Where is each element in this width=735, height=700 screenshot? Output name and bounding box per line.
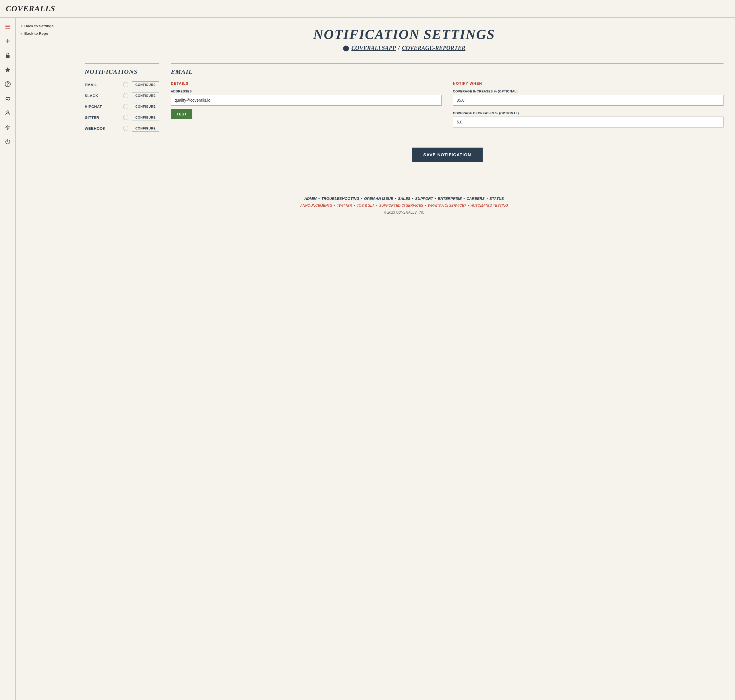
email-columns: DETAILS ADDRESSES TEST NOTIFY WHEN COVER… bbox=[171, 81, 723, 133]
svg-point-5 bbox=[7, 85, 8, 86]
svg-rect-1 bbox=[5, 26, 10, 27]
email-panel: EMAIL DETAILS ADDRESSES TEST NOTIFY WHEN bbox=[171, 63, 723, 162]
coverage-increases-input[interactable] bbox=[453, 95, 724, 106]
email-configure-button[interactable]: CONFIGURE bbox=[132, 81, 160, 88]
notification-gitter-check[interactable] bbox=[123, 115, 128, 120]
footer-open-issue-link[interactable]: OPEN AN ISSUE bbox=[364, 196, 393, 201]
footer-troubleshooting-link[interactable]: TROUBLESHOOTING bbox=[321, 196, 359, 201]
notification-email-label: EMAIL bbox=[85, 83, 123, 87]
svg-rect-0 bbox=[5, 25, 10, 25]
details-col: DETAILS ADDRESSES TEST bbox=[171, 81, 442, 133]
svg-rect-3 bbox=[6, 55, 9, 58]
notification-hipchat-row: HIPCHAT CONFIGURE bbox=[85, 103, 159, 110]
save-section: SAVE NOTIFICATION bbox=[171, 148, 723, 162]
footer-copyright: © 2023 COVERALLS, INC bbox=[90, 210, 718, 215]
test-button[interactable]: TEST bbox=[171, 109, 193, 119]
hipchat-configure-button[interactable]: CONFIGURE bbox=[132, 103, 160, 110]
left-nav: « Back to Settings « Back to Repo bbox=[16, 18, 73, 700]
coverage-increases-label: COVERAGE INCREASES % (OPTIONAL) bbox=[453, 90, 724, 93]
coverage-increases-field: COVERAGE INCREASES % (OPTIONAL) bbox=[453, 90, 724, 106]
github-icon: ⬤ bbox=[343, 44, 349, 51]
footer-links2-row: ANNOUNCEMENTS • TWITTER • TOS & SLA • SU… bbox=[90, 204, 718, 207]
page-title: NOTIFICATION SETTINGS bbox=[85, 26, 723, 42]
back-to-settings-label: Back to Settings bbox=[24, 24, 54, 28]
notification-slack-check[interactable] bbox=[123, 93, 128, 98]
back-settings-arrow: « bbox=[21, 24, 23, 28]
back-to-settings-link[interactable]: « Back to Settings bbox=[21, 24, 68, 28]
footer-what-is-ci-link[interactable]: WHAT'S A CI SERVICE? bbox=[428, 204, 466, 207]
coverage-decreases-label: COVERAGE DECREASES % (OPTIONAL) bbox=[453, 112, 724, 115]
org-link[interactable]: COVERALLSAPP bbox=[351, 45, 395, 51]
page-subtitle: ⬤ COVERALLSAPP / COVERAGE-REPORTER bbox=[85, 44, 723, 51]
footer-sales-link[interactable]: SALES bbox=[398, 196, 410, 201]
sidebar-power-icon[interactable] bbox=[3, 137, 12, 146]
repo-link[interactable]: COVERAGE-REPORTER bbox=[402, 45, 465, 51]
notification-gitter-row: GITTER CONFIGURE bbox=[85, 114, 159, 121]
notification-webhook-label: WEBHOOK bbox=[85, 126, 123, 131]
notification-email-check[interactable] bbox=[123, 82, 128, 87]
separator: / bbox=[398, 45, 400, 51]
addresses-field-label: ADDRESSES bbox=[171, 90, 442, 93]
top-header: COVERALLS bbox=[0, 0, 735, 18]
webhook-configure-button[interactable]: CONFIGURE bbox=[132, 125, 160, 132]
notifications-panel: NOTIFICATIONS EMAIL CONFIGURE SLACK CONF… bbox=[85, 63, 159, 136]
notification-hipchat-label: HIPCHAT bbox=[85, 104, 123, 109]
sidebar-list-icon[interactable] bbox=[3, 22, 12, 31]
details-section-label: DETAILS bbox=[171, 81, 442, 85]
notify-section-label: NOTIFY WHEN bbox=[453, 81, 724, 85]
sidebar-lightning-icon[interactable] bbox=[3, 123, 12, 131]
svg-rect-2 bbox=[5, 28, 10, 29]
sidebar-help-icon[interactable] bbox=[3, 80, 12, 88]
sidebar-add-icon[interactable] bbox=[3, 37, 12, 46]
sidebar-announce-icon[interactable] bbox=[3, 94, 12, 103]
save-notification-button[interactable]: SAVE NOTIFICATION bbox=[412, 148, 482, 162]
logo: COVERALLS bbox=[6, 4, 55, 13]
coverage-decreases-field: COVERAGE DECREASES % (OPTIONAL) bbox=[453, 112, 724, 128]
footer-ci-services-link[interactable]: SUPPORTED CI SERVICES bbox=[379, 204, 423, 207]
email-panel-title: EMAIL bbox=[171, 68, 723, 75]
notification-email-row: EMAIL CONFIGURE bbox=[85, 81, 159, 88]
sidebar bbox=[0, 18, 16, 700]
notification-gitter-label: GITTER bbox=[85, 115, 123, 120]
footer-status-link[interactable]: STATUS bbox=[490, 196, 504, 201]
notification-slack-row: SLACK CONFIGURE bbox=[85, 92, 159, 99]
footer-careers-link[interactable]: CAREERS bbox=[466, 196, 485, 201]
footer: ADMIN • TROUBLESHOOTING • OPEN AN ISSUE … bbox=[85, 185, 723, 223]
footer-automated-testing-link[interactable]: AUTOMATED TESTING bbox=[470, 204, 508, 207]
svg-point-6 bbox=[7, 111, 9, 113]
footer-support-link[interactable]: SUPPORT bbox=[415, 196, 433, 201]
sidebar-user-icon[interactable] bbox=[3, 109, 12, 117]
coverage-decreases-input[interactable] bbox=[453, 116, 724, 128]
back-to-repo-link[interactable]: « Back to Repo bbox=[21, 31, 68, 35]
page-title-section: NOTIFICATION SETTINGS ⬤ COVERALLSAPP / C… bbox=[85, 26, 723, 51]
slack-configure-button[interactable]: CONFIGURE bbox=[132, 92, 160, 99]
notification-webhook-check[interactable] bbox=[123, 126, 128, 131]
notifications-panel-title: NOTIFICATIONS bbox=[85, 68, 159, 75]
addresses-input[interactable] bbox=[171, 95, 442, 106]
footer-links-row: ADMIN • TROUBLESHOOTING • OPEN AN ISSUE … bbox=[90, 196, 718, 201]
main-content: NOTIFICATION SETTINGS ⬤ COVERALLSAPP / C… bbox=[73, 18, 735, 700]
footer-twitter-link[interactable]: TWITTER bbox=[337, 204, 352, 207]
back-to-repo-label: Back to Repo bbox=[24, 31, 48, 35]
notify-col: NOTIFY WHEN COVERAGE INCREASES % (OPTION… bbox=[453, 81, 724, 133]
footer-announcements-link[interactable]: ANNOUNCEMENTS bbox=[300, 204, 332, 207]
back-repo-arrow: « bbox=[21, 31, 23, 35]
sidebar-star-icon[interactable] bbox=[3, 65, 12, 74]
footer-enterprise-link[interactable]: ENTERPRISE bbox=[438, 196, 462, 201]
notification-webhook-row: WEBHOOK CONFIGURE bbox=[85, 125, 159, 132]
gitter-configure-button[interactable]: CONFIGURE bbox=[132, 114, 160, 121]
footer-admin-link[interactable]: ADMIN bbox=[304, 196, 317, 201]
two-col-layout: NOTIFICATIONS EMAIL CONFIGURE SLACK CONF… bbox=[85, 63, 723, 162]
footer-tos-link[interactable]: TOS & SLA bbox=[357, 204, 374, 207]
layout: « Back to Settings « Back to Repo NOTIFI… bbox=[0, 18, 735, 700]
notification-slack-label: SLACK bbox=[85, 94, 123, 98]
sidebar-lock-icon[interactable] bbox=[3, 51, 12, 60]
notification-hipchat-check[interactable] bbox=[123, 104, 128, 109]
